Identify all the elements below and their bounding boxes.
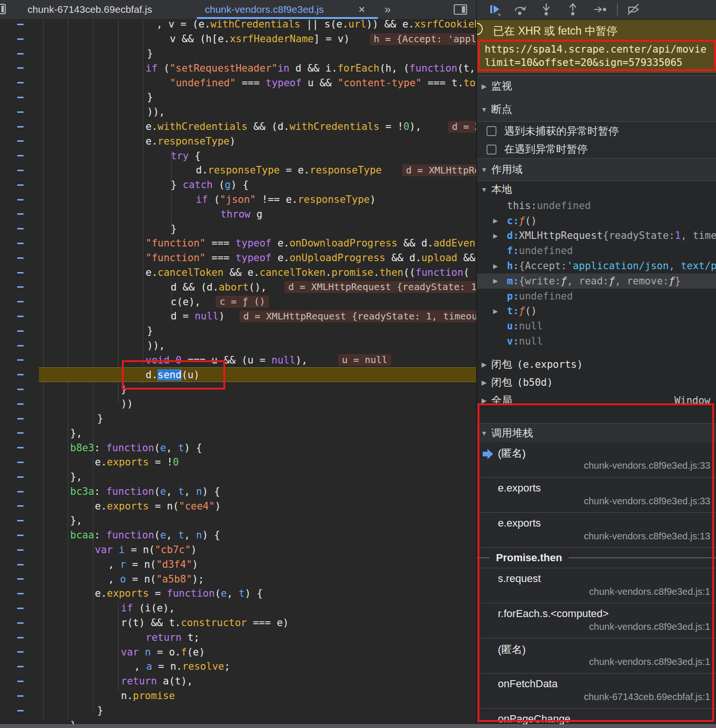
- code-line: e.exports = n("cee4"): [39, 499, 476, 513]
- stack-frame-eexports[interactable]: e.exportschunk-vendors.c8f9e3ed.js:33: [477, 477, 716, 512]
- deactivate-breakpoints-icon[interactable]: [626, 2, 641, 17]
- chevron-right-icon[interactable]: ▶: [493, 308, 498, 315]
- code-line: "function" === typeof e.onUploadProgress…: [39, 251, 476, 265]
- code-line: , r = n("d3f4"): [39, 557, 476, 572]
- scope-group-local[interactable]: ▼ 本地: [477, 181, 716, 198]
- section-breakpoints[interactable]: ▼ 断点: [477, 97, 716, 121]
- chevron-right-icon[interactable]: ▶: [477, 361, 491, 368]
- breakpoint-gutter[interactable]: [0, 19, 39, 724]
- scope-variable-f[interactable]: f: undefined: [477, 243, 716, 258]
- pause-on-uncaught-row[interactable]: 遇到未捕获的异常时暂停: [477, 122, 716, 140]
- stack-frame-onPageChange[interactable]: onPageChangechunk-67143ceb.69ecbfaf.js:1: [477, 708, 716, 724]
- pause-circle-icon: [477, 23, 483, 35]
- line-gutter-mark: [17, 418, 24, 419]
- stack-frame-eexports[interactable]: e.exportschunk-vendors.c8f9e3ed.js:13: [477, 512, 716, 547]
- variable-value: ƒ: [519, 215, 525, 227]
- scope-variable-v[interactable]: v: null: [477, 334, 716, 349]
- chevron-right-icon[interactable]: ▶: [493, 277, 498, 284]
- chevron-right-icon[interactable]: ▶: [493, 217, 498, 224]
- frame-function-name: e.exports: [498, 482, 711, 494]
- variable-value: (): [525, 305, 537, 317]
- code-line: )): [39, 397, 476, 411]
- chevron-right-icon[interactable]: ▶: [477, 397, 491, 404]
- step-into-icon[interactable]: [539, 2, 553, 17]
- variable-name: f:: [507, 245, 519, 256]
- line-gutter-mark: [17, 286, 24, 288]
- panel-splitter[interactable]: [476, 19, 477, 724]
- line-gutter-mark: [17, 564, 24, 565]
- scope-variable-h[interactable]: ▶h: {Accept: 'application/json, text/pla…: [477, 258, 716, 273]
- code-line: try {: [39, 148, 476, 163]
- checkbox-label: 在遇到异常时暂停: [504, 142, 587, 156]
- file-tab-cut-icon[interactable]: [0, 4, 6, 14]
- line-gutter-mark: [17, 97, 24, 98]
- scope-variable-d[interactable]: ▶d: XMLHttpRequest {readyState: 1, timeo…: [477, 228, 716, 244]
- stack-frame-onFetchData[interactable]: onFetchDatachunk-67143ceb.69ecbfaf.js:1: [477, 673, 716, 708]
- chevron-right-icon[interactable]: ▶: [493, 232, 498, 239]
- chevron-right-icon[interactable]: ▶: [477, 379, 491, 386]
- tab-chunk-vendors[interactable]: chunk-vendors.c8f9e3ed.js: [205, 0, 324, 19]
- code-line: b8e3: function(e, t) {: [39, 440, 476, 455]
- resume-icon[interactable]: [487, 2, 502, 17]
- section-watch[interactable]: ▶ 监视: [477, 75, 716, 97]
- scope-group-global[interactable]: ▶全局Window: [477, 391, 716, 410]
- section-scope[interactable]: ▼ 作用域: [477, 159, 716, 181]
- code-line: if ("json" !== e.responseType): [39, 192, 476, 207]
- close-icon[interactable]: ×: [355, 2, 369, 17]
- chevron-right-icon[interactable]: ▶: [493, 263, 498, 270]
- stack-frame-srequest[interactable]: s.requestchunk-vendors.c8f9e3ed.js:1: [477, 568, 716, 603]
- bottom-scrollbar[interactable]: [0, 724, 716, 728]
- current-frame-arrow-icon: [483, 452, 487, 456]
- scope-variable-this[interactable]: this: undefined: [477, 198, 716, 213]
- code-line: )),: [39, 105, 476, 119]
- global-object-type: Window: [674, 395, 710, 406]
- debugger-sidebar: 已在 XHR 或 fetch 中暂停 https://spa14.scrape.…: [477, 19, 716, 724]
- scope-variable-c[interactable]: ▶c: ƒ (): [477, 213, 716, 228]
- scope-group-detail: (e.exports): [517, 359, 583, 370]
- scope-variable-t[interactable]: ▶t: ƒ (): [477, 304, 716, 319]
- scope-variable-m[interactable]: ▶m: {write: ƒ, read: ƒ, remove: ƒ}: [477, 273, 716, 289]
- line-gutter-mark: [17, 67, 24, 69]
- code-line: if (i(e),: [39, 601, 476, 616]
- chevron-right-icon: ▶: [477, 82, 491, 90]
- checkbox-uncaught-exceptions[interactable]: [487, 126, 496, 136]
- line-gutter-mark: [17, 345, 24, 346]
- async-label: Promise.then: [496, 552, 562, 564]
- stack-frame-[interactable]: (匿名)chunk-vendors.c8f9e3ed.js:33: [477, 442, 716, 477]
- line-gutter-mark: [17, 82, 24, 83]
- inline-value-widget: d = XMLHttpRequest {readyState: 1,: [448, 121, 476, 133]
- step-icon[interactable]: [593, 2, 607, 17]
- line-gutter-mark: [17, 432, 24, 434]
- scope-variable-u[interactable]: u: null: [477, 318, 716, 334]
- step-out-icon[interactable]: [566, 2, 580, 17]
- variable-value: 1: [675, 230, 681, 241]
- variable-value: 'application/json, text/plain': [567, 260, 716, 272]
- execution-line: d.send(u): [39, 367, 476, 382]
- selected-token[interactable]: send: [157, 369, 182, 381]
- scope-group-closure-1[interactable]: ▶闭包(b50d): [477, 373, 716, 391]
- code-line: bcaa: function(e, t, n) {: [39, 528, 476, 543]
- code-line: },: [39, 470, 476, 484]
- scope-variable-p[interactable]: p: undefined: [477, 289, 716, 304]
- stack-frame-rforEachscomputed[interactable]: r.forEach.s.<computed>chunk-vendors.c8f9…: [477, 603, 716, 638]
- scope-group-closure-0[interactable]: ▶闭包(e.exports): [477, 355, 716, 373]
- variable-name: v:: [507, 336, 519, 347]
- section-call-stack[interactable]: ▼ 调用堆栈: [477, 424, 716, 442]
- stack-frame-[interactable]: (匿名)chunk-vendors.c8f9e3ed.js:1: [477, 638, 716, 673]
- toggle-sidebar-icon[interactable]: [453, 4, 468, 15]
- toolbar-divider: [617, 3, 618, 16]
- more-tabs-icon[interactable]: »: [378, 2, 395, 17]
- variable-name: h:: [507, 260, 519, 272]
- code-line: }: [39, 90, 476, 105]
- frame-function-name: onPageChange: [498, 713, 711, 724]
- tab-chunk-67143ceb[interactable]: chunk-67143ceb.69ecbfaf.js: [28, 0, 152, 19]
- checkbox-caught-exceptions[interactable]: [487, 145, 496, 155]
- paused-banner: 已在 XHR 或 fetch 中暂停 https://spa14.scrape.…: [477, 20, 716, 73]
- async-separator: Promise.then: [477, 547, 716, 568]
- pause-on-caught-row[interactable]: 在遇到异常时暂停: [477, 140, 716, 158]
- line-gutter-mark: [17, 476, 24, 478]
- line-gutter-mark: [17, 520, 24, 521]
- current-frame-arrow-icon: [487, 449, 493, 459]
- step-over-icon[interactable]: [513, 2, 527, 17]
- code-line: }: [39, 382, 476, 397]
